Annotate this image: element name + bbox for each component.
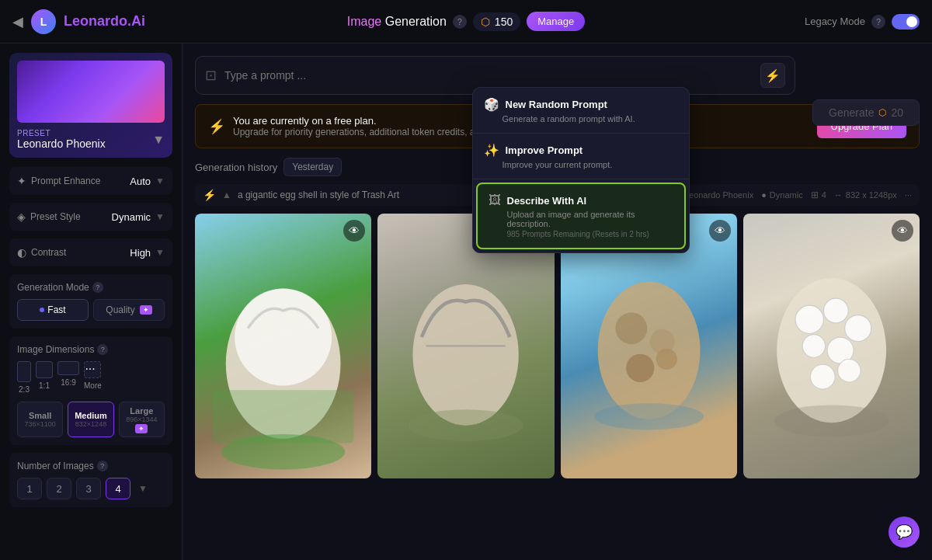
- ratio-11-button[interactable]: 1:1: [36, 361, 53, 394]
- images-grid: 👁 👁 👁: [195, 214, 920, 478]
- ratio-23-icon: [17, 361, 31, 382]
- svg-point-14: [795, 305, 823, 333]
- image-card-2[interactable]: 👁: [377, 214, 554, 478]
- dropdown-improve-prompt[interactable]: ✨ Improve Prompt Improve your current pr…: [473, 134, 689, 179]
- size-large-label: Large: [130, 406, 153, 416]
- contrast-icon: ◐: [17, 246, 26, 259]
- prompt-enhance-row[interactable]: ✦ Prompt Enhance Auto ▼: [17, 175, 165, 187]
- generate-token-count: 20: [891, 106, 903, 119]
- ratio-23-button[interactable]: 2:3: [17, 361, 31, 394]
- num-images-label: Number of Images ?: [17, 461, 165, 471]
- size-medium-button[interactable]: Medium 832×1248: [68, 402, 113, 437]
- main: Preset Leonardo Phoenix ▼ ✦ Prompt Enhan…: [0, 43, 932, 560]
- nav-info-icon[interactable]: ?: [453, 15, 467, 29]
- token-badge: ⬡ 150: [473, 12, 520, 31]
- num-image-buttons: 1 2 3 4 ▼: [17, 478, 165, 499]
- size-large-button[interactable]: Large 896×1344 ✦: [119, 402, 165, 437]
- svg-point-8: [615, 312, 647, 344]
- legacy-mode: Legacy Mode ?: [805, 14, 920, 30]
- more-options-icon[interactable]: ···: [905, 190, 912, 200]
- token-icon: ⬡: [481, 16, 490, 28]
- dropdown-describe-ai[interactable]: 🖼 Describe With AI Upload an image and g…: [476, 183, 686, 249]
- improve-prompt-title: Improve Prompt: [506, 144, 583, 156]
- content: ⊡ ⚡ Generate ⬡ 20 ⚡ You are currently on…: [183, 43, 932, 560]
- svg-point-15: [823, 298, 848, 323]
- sidebar: Preset Leonardo Phoenix ▼ ✦ Prompt Enhan…: [0, 43, 183, 560]
- size-large-badge: ✦: [135, 424, 148, 433]
- dropdown-improve-header: ✨ Improve Prompt: [484, 143, 678, 158]
- size-small-button[interactable]: Small 736×1100: [17, 402, 63, 437]
- num-images-info-icon[interactable]: ?: [97, 461, 108, 471]
- num-4-button[interactable]: 4: [106, 478, 130, 499]
- prompt-enhance-button[interactable]: ⚡: [760, 63, 785, 88]
- prompt-enhance-icon: ✦: [17, 175, 26, 187]
- img-dims-section: Image Dimensions ? 2:3 1:1 16:9 ···: [9, 336, 172, 445]
- manage-button[interactable]: Manage: [527, 12, 585, 31]
- prompt-bar-icon: ⊡: [205, 67, 217, 84]
- random-prompt-desc: Generate a random prompt with AI.: [503, 114, 678, 123]
- prompt-count: ⊞ 4: [811, 190, 826, 200]
- svg-point-11: [656, 349, 676, 370]
- gen-mode-info-icon[interactable]: ?: [92, 282, 103, 293]
- preset-style-label: ◈ Preset Style: [17, 210, 81, 223]
- preset-label: Preset: [17, 129, 165, 137]
- prompt-enhance-arrow: ▼: [155, 176, 165, 186]
- contrast-section: ◐ Contrast High ▼: [9, 238, 172, 266]
- random-prompt-icon: 🎲: [484, 97, 499, 112]
- num-images-section: Number of Images ? 1 2 3 4 ▼: [9, 453, 172, 507]
- brand-name: Leonardo.Ai: [64, 13, 145, 30]
- num-more-arrow[interactable]: ▼: [138, 483, 148, 494]
- image-card-3[interactable]: 👁: [561, 214, 737, 478]
- contrast-label: ◐ Contrast: [17, 246, 66, 259]
- num-3-button[interactable]: 3: [76, 478, 101, 499]
- describe-ai-icon: 🖼: [489, 193, 501, 207]
- svg-point-7: [597, 281, 700, 419]
- avatar[interactable]: L: [31, 9, 56, 34]
- svg-point-17: [802, 335, 826, 358]
- dropdown-random-prompt[interactable]: 🎲 New Random Prompt Generate a random pr…: [473, 88, 689, 134]
- fast-dot: [40, 308, 44, 312]
- dropdown-describe-header: 🖼 Describe With AI: [489, 193, 673, 207]
- image-card-1[interactable]: 👁: [195, 214, 371, 478]
- legacy-info-icon[interactable]: ?: [871, 15, 885, 29]
- preset-card[interactable]: Preset Leonardo Phoenix ▼: [9, 53, 172, 158]
- describe-ai-sub: 985 Prompts Remaining (Resets in 2 hrs): [507, 230, 673, 238]
- size-buttons: Small 736×1100 Medium 832×1248 Large 896…: [17, 402, 165, 437]
- history-label: Generation history: [195, 162, 277, 173]
- num-1-button[interactable]: 1: [17, 478, 42, 499]
- ratio-23-label: 2:3: [19, 385, 30, 394]
- legacy-toggle[interactable]: [892, 14, 920, 30]
- history-tab[interactable]: Yesterday: [283, 158, 342, 176]
- ratio-more-label: More: [84, 381, 102, 390]
- img-dims-info-icon[interactable]: ?: [97, 344, 108, 355]
- image-eye-4[interactable]: 👁: [892, 220, 913, 242]
- fast-mode-button[interactable]: Fast: [17, 299, 89, 321]
- ratio-169-button[interactable]: 16:9: [57, 361, 79, 394]
- image-eye-3[interactable]: 👁: [709, 220, 731, 242]
- quality-mode-button[interactable]: Quality ✦: [93, 299, 165, 321]
- chat-bubble[interactable]: 💬: [889, 517, 920, 548]
- gen-mode-buttons: Fast Quality ✦: [17, 299, 165, 321]
- describe-ai-title: Describe With AI: [507, 195, 587, 207]
- preset-style-row[interactable]: ◈ Preset Style Dynamic ▼: [17, 210, 165, 223]
- contrast-row[interactable]: ◐ Contrast High ▼: [17, 246, 165, 259]
- contrast-arrow: ▼: [155, 247, 165, 258]
- preset-card-image: [17, 61, 165, 123]
- num-2-button[interactable]: 2: [47, 478, 71, 499]
- prompt-input[interactable]: [224, 69, 753, 82]
- ratio-more-button[interactable]: ··· More: [84, 361, 102, 394]
- prompt-meta: ● Leonardo Phoenix ● Dynamic ⊞ 4 ↔ 832 x…: [676, 190, 912, 200]
- banner-icon: ⚡: [208, 118, 225, 135]
- svg-point-19: [810, 364, 835, 389]
- prompt-enhance-value: Auto: [130, 176, 151, 187]
- svg-point-10: [626, 354, 654, 382]
- sidebar-toggle-icon[interactable]: ◀: [12, 13, 23, 30]
- image-card-4[interactable]: 👁: [743, 214, 920, 478]
- gen-mode-label: Generation Mode ?: [17, 282, 165, 293]
- ratio-11-icon: [36, 361, 53, 378]
- dropdown-menu: 🎲 New Random Prompt Generate a random pr…: [472, 87, 690, 253]
- size-small-dims: 736×1100: [21, 420, 59, 428]
- ratio-more-icon: ···: [84, 361, 101, 378]
- svg-point-16: [844, 315, 871, 342]
- generate-button[interactable]: Generate ⬡ 20: [812, 99, 920, 126]
